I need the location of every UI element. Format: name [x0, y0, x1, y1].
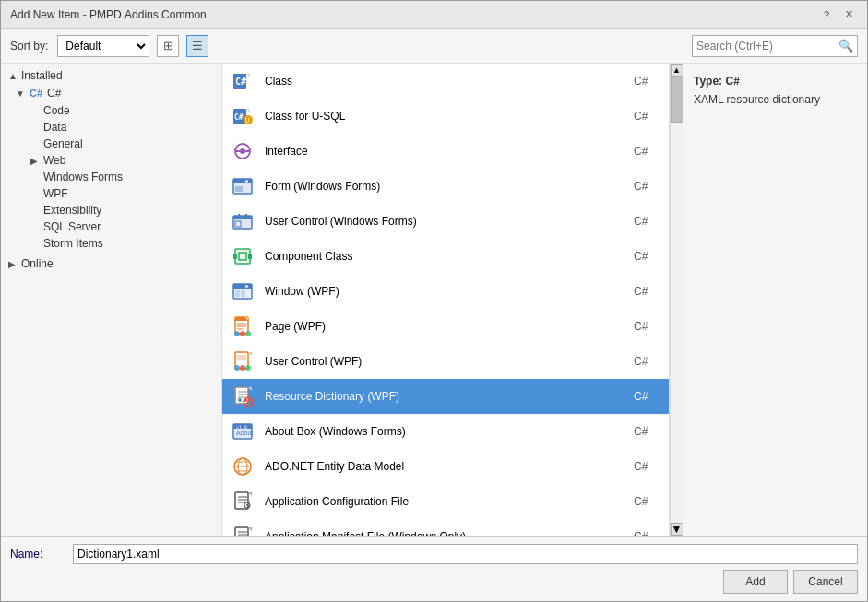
name-label: Name:	[10, 548, 65, 561]
tree-item-windowsforms[interactable]: ▶ Windows Forms	[1, 169, 221, 185]
info-type: Type: C#	[694, 75, 856, 88]
list-item-ado[interactable]: ADO.NET Entity Data Model C#	[222, 449, 669, 484]
list-item-interface[interactable]: Interface C#	[222, 134, 669, 169]
tree-panel: ▲ Installed ▼ C# C# ▶ Code ▶ Data ▶	[1, 64, 222, 536]
tree-item-web[interactable]: ▶ Web	[1, 152, 221, 169]
list-item-form[interactable]: Form (Windows Forms) C#	[222, 169, 669, 204]
tree-item-data[interactable]: ▶ Data	[1, 119, 221, 136]
svg-text:C#: C#	[234, 113, 244, 122]
tree-label-wpf: WPF	[43, 187, 68, 200]
scroll-up-button[interactable]: ▲	[671, 64, 684, 77]
tree-item-csharp[interactable]: ▼ C# C#	[1, 84, 221, 102]
tree-item-wpf[interactable]: ▶ WPF	[1, 185, 221, 202]
class-name: Class	[265, 75, 624, 88]
svg-rect-17	[233, 216, 252, 219]
list-item-aboutbox[interactable]: v1.0 About About Box (Windows Forms) C#	[222, 414, 669, 449]
tree-arrow-csharp: ▼	[16, 89, 29, 99]
svg-rect-64	[235, 492, 248, 509]
usercontrol-wpf-tag: C#	[634, 355, 661, 368]
svg-marker-5	[246, 109, 250, 112]
svg-rect-14	[245, 181, 248, 183]
svg-rect-26	[233, 284, 252, 289]
svg-rect-42	[237, 355, 246, 360]
list-item-page-wpf[interactable]: Page (WPF) C#	[222, 309, 669, 344]
close-button[interactable]: ✕	[839, 6, 858, 24]
tree-label-web: Web	[43, 154, 65, 167]
list-item-component[interactable]: Component Class C#	[222, 239, 669, 274]
page-wpf-icon	[230, 313, 256, 339]
usercontrol-tag: C#	[634, 215, 661, 228]
usercontrol-name: User Control (Windows Forms)	[265, 215, 624, 228]
scroll-thumb[interactable]	[671, 77, 684, 123]
aboutbox-name: About Box (Windows Forms)	[265, 425, 624, 438]
tree-item-online[interactable]: ▶ Online	[1, 255, 221, 272]
main-content: ▲ Installed ▼ C# C# ▶ Code ▶ Data ▶	[1, 64, 867, 536]
resource-dict-icon	[230, 384, 256, 409]
csharp-icon: C#	[29, 86, 43, 100]
tree-item-sqlserver[interactable]: ▶ SQL Server	[1, 218, 221, 235]
svg-point-54	[244, 398, 247, 402]
list-scrollbar-wrap: C# Class C# C# U	[222, 64, 683, 536]
svg-rect-21	[235, 249, 250, 264]
ado-icon	[230, 454, 256, 479]
view-grid-button[interactable]: ⊞	[157, 35, 179, 57]
list-item-class[interactable]: C# Class C#	[222, 64, 669, 99]
tree-item-code[interactable]: ▶ Code	[1, 102, 221, 119]
svg-point-39	[245, 331, 251, 336]
tree-item-general[interactable]: ▶ General	[1, 136, 221, 152]
list-item-resource-dict[interactable]: Resource Dictionary (WPF) C#	[222, 379, 669, 414]
svg-rect-13	[233, 179, 252, 183]
info-panel: Type: C# XAML resource dictionary	[683, 64, 867, 536]
aboutbox-icon: v1.0 About	[230, 419, 256, 444]
tree-item-stormitems[interactable]: ▶ Storm Items	[1, 235, 221, 252]
sort-label: Sort by:	[10, 40, 48, 53]
name-input[interactable]	[73, 544, 858, 564]
search-icon: 🔍	[838, 39, 853, 53]
tree-label-windowsforms: Windows Forms	[43, 171, 123, 183]
list-scrollbar[interactable]: ▲ ▼	[670, 64, 683, 536]
list-item-usercontrol-wpf[interactable]: User Control (WPF) C#	[222, 344, 669, 379]
name-row: Name:	[10, 544, 858, 564]
dialog-title: Add New Item - PMPD.Addins.Common	[10, 8, 207, 21]
list-item-usercontrol[interactable]: User Control (Windows Forms) C#	[222, 204, 669, 239]
resource-dict-name: Resource Dictionary (WPF)	[265, 390, 624, 403]
search-input[interactable]	[696, 40, 835, 53]
config-name: Application Configuration File	[265, 495, 624, 508]
interface-icon	[230, 138, 256, 164]
config-tag: C#	[634, 495, 661, 508]
tree-label-online: Online	[21, 257, 54, 270]
list-item-config[interactable]: Application Configuration File C#	[222, 484, 669, 519]
usercontrol-wpf-name: User Control (WPF)	[265, 355, 624, 368]
form-name: Form (Windows Forms)	[265, 180, 624, 193]
tree-item-installed[interactable]: ▲ Installed	[1, 67, 221, 84]
tree-label-code: Code	[43, 104, 70, 117]
view-list-button[interactable]: ☰	[186, 35, 208, 57]
scroll-track	[671, 77, 684, 523]
usercontrol-icon	[230, 208, 256, 234]
scroll-down-button[interactable]: ▼	[671, 523, 684, 536]
list-item-manifest[interactable]: Application Manifest File (Windows Only)…	[222, 519, 669, 536]
svg-text:U: U	[245, 117, 249, 124]
info-type-label: Type:	[694, 75, 722, 88]
list-item-class-usql[interactable]: C# U Class for U-SQL C#	[222, 99, 669, 134]
window-wpf-icon	[230, 278, 256, 304]
usercontrol-wpf-icon	[230, 348, 256, 374]
class-usql-name: Class for U-SQL	[265, 110, 624, 123]
search-box: 🔍	[692, 35, 858, 57]
toolbar: Sort by: Default Name Type ⊞ ☰ 🔍	[1, 29, 867, 64]
interface-tag: C#	[634, 145, 661, 158]
title-bar-controls: ? ✕	[817, 6, 858, 24]
svg-rect-23	[248, 254, 252, 259]
sort-select[interactable]: Default Name Type	[57, 35, 149, 57]
form-tag: C#	[634, 180, 661, 193]
tree-item-extensibility[interactable]: ▶ Extensibility	[1, 202, 221, 218]
list-item-window-wpf[interactable]: Window (WPF) C#	[222, 274, 669, 309]
ado-tag: C#	[634, 460, 661, 473]
bottom-bar: Name: Add Cancel	[1, 536, 867, 601]
add-button[interactable]: Add	[723, 570, 788, 594]
cancel-button[interactable]: Cancel	[793, 570, 858, 594]
help-button[interactable]: ?	[817, 6, 836, 24]
tree-arrow-web: ▶	[30, 156, 43, 166]
list-panel: C# Class C# C# U	[222, 64, 670, 536]
window-wpf-tag: C#	[634, 285, 661, 298]
